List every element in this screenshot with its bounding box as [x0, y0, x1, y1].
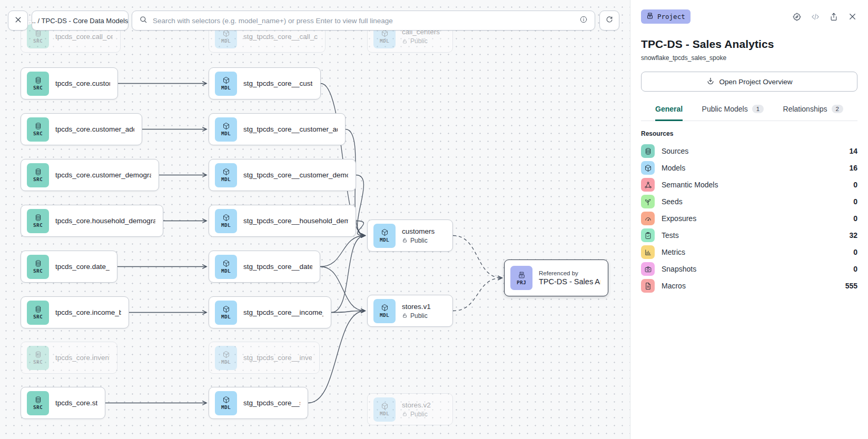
resource-row-exposures[interactable]: Exposures0: [641, 212, 857, 225]
node-label: stg_tpcds_core__income_band: [243, 308, 323, 316]
lineage-node-mdl_store[interactable]: MDLstg_tpcds_core__store: [209, 387, 308, 419]
cube-icon: [381, 402, 389, 410]
search-input[interactable]: [153, 17, 574, 25]
resource-row-snapshots[interactable]: Snapshots0: [641, 262, 857, 276]
lineage-node-src_date_dim[interactable]: SRCtpcds_core.date_dim: [21, 251, 117, 283]
lineage-node-pub_stores_v1[interactable]: MDLstores.v1Public: [367, 295, 453, 327]
node-label: stores.v2: [402, 401, 431, 409]
node-label: tpcds_core.call_center: [55, 33, 113, 41]
node-type-badge-src: SRC: [27, 255, 49, 279]
node-type-badge-mdl: MDL: [215, 72, 237, 96]
node-type-badge-mdl: MDL: [215, 346, 237, 370]
close-icon: [847, 12, 857, 22]
lineage-node-prj_sales[interactable]: PRJReferenced byTPC-DS - Sales Analytics: [504, 260, 608, 296]
lock-icon: [402, 237, 408, 243]
node-label: tpcds_core.customer_demographics: [55, 171, 151, 179]
gauge-icon: [644, 215, 652, 223]
node-type-badge-src: SRC: [27, 117, 49, 142]
barchart-icon: [644, 248, 652, 256]
node-label: stg_tpcds_core__customer_address: [243, 125, 338, 133]
camera-icon: [644, 265, 652, 273]
db-icon: [34, 351, 42, 358]
node-type-badge-prj: PRJ: [510, 266, 532, 290]
open-project-overview-label: Open Project Overview: [719, 78, 793, 86]
seed-resource-icon: [641, 195, 655, 208]
node-type-badge-src: SRC: [27, 346, 49, 370]
node-type-badge-mdl: MDL: [215, 255, 237, 279]
node-label: stg_tpcds_core__household_demogr…: [243, 217, 348, 225]
cube-icon: [222, 122, 230, 130]
seed-icon: [644, 198, 652, 206]
archive-icon: [518, 271, 526, 279]
node-access-label: Public: [402, 312, 431, 320]
tab-relationships[interactable]: Relationships2: [783, 105, 843, 121]
view-code-button[interactable]: [811, 12, 820, 22]
archive-icon: [646, 12, 654, 19]
node-label: stg_tpcds_core__customer: [243, 79, 313, 87]
node-type-badge-mdl: MDL: [215, 391, 237, 415]
node-pre-label: Referenced by: [539, 270, 600, 276]
resource-row-metrics[interactable]: Metrics0: [641, 245, 857, 259]
resource-row-semantic-models[interactable]: Semantic Models0: [641, 178, 857, 192]
project-type-label: Project: [657, 13, 685, 21]
lineage-node-pub_customers[interactable]: MDLcustomersPublic: [367, 219, 453, 252]
lineage-node-mdl_inventory[interactable]: MDLstg_tpcds_core__inventory: [209, 342, 320, 374]
tab-general[interactable]: General: [655, 105, 683, 121]
lineage-node-mdl_income_band[interactable]: MDLstg_tpcds_core__income_band: [209, 296, 331, 328]
tab-count-badge: 1: [752, 105, 764, 113]
share-button[interactable]: [829, 12, 839, 22]
semantic-resource-icon: [641, 178, 655, 192]
lineage-app: SRCtpcds_core.call_centerMDLstg_tpcds_co…: [0, 0, 868, 439]
explore-compass-button[interactable]: [792, 12, 802, 22]
db-icon: [34, 214, 42, 222]
lineage-node-src_store[interactable]: SRCtpcds_core.store: [21, 387, 105, 419]
node-type-badge-src: SRC: [27, 301, 49, 325]
node-type-badge-mdl: MDL: [215, 163, 237, 187]
refresh-lineage-button[interactable]: [599, 11, 619, 31]
open-project-overview-button[interactable]: Open Project Overview: [641, 72, 857, 92]
db-icon: [34, 168, 42, 176]
lineage-node-src_household_demographics[interactable]: SRCtpcds_core.household_demographics: [21, 205, 163, 237]
lock-icon: [402, 313, 408, 318]
edge-pub_customers-to-prj_sales: [453, 236, 502, 278]
close-panel-button[interactable]: [847, 12, 857, 22]
lineage-node-mdl_date_dim[interactable]: MDLstg_tpcds_core__date_dim: [209, 251, 320, 283]
breadcrumb[interactable]: .. / TPC-DS - Core Data Models: [32, 11, 129, 31]
resource-row-tests[interactable]: Tests32: [641, 228, 857, 242]
lineage-node-mdl_customer_demographics[interactable]: MDLstg_tpcds_core__customer_demogra…: [209, 159, 356, 191]
resource-row-models[interactable]: Models16: [641, 161, 857, 175]
node-access-label: Public: [402, 411, 431, 418]
lineage-node-mdl_customer[interactable]: MDLstg_tpcds_core__customer: [209, 67, 321, 99]
resource-row-seeds[interactable]: Seeds0: [641, 195, 857, 208]
db-icon: [34, 122, 42, 130]
semantic-icon: [644, 181, 652, 189]
node-label: stg_tpcds_core__store: [243, 399, 300, 407]
lineage-node-src_inventory[interactable]: SRCtpcds_core.inventory: [21, 342, 117, 374]
cube-icon: [222, 76, 230, 84]
panel-tabs: GeneralPublic Models1Relationships2: [641, 105, 857, 121]
db-icon: [34, 260, 42, 267]
resource-row-macros[interactable]: Macros555: [641, 279, 857, 293]
resource-row-sources[interactable]: Sources14: [641, 144, 857, 158]
search-bar[interactable]: [132, 11, 595, 31]
lineage-node-src_customer_demographics[interactable]: SRCtpcds_core.customer_demographics: [21, 159, 159, 191]
close-lineage-button[interactable]: [8, 11, 28, 31]
lineage-node-src_customer_address[interactable]: SRCtpcds_core.customer_address: [21, 113, 142, 145]
cube-icon: [644, 164, 652, 172]
lock-icon: [402, 38, 408, 44]
lineage-node-src_customer[interactable]: SRCtpcds_core.customer: [21, 67, 118, 99]
lineage-node-src_income_band[interactable]: SRCtpcds_core.income_band: [21, 296, 129, 328]
node-label: TPC-DS - Sales Analytics: [539, 277, 600, 286]
db-icon: [644, 147, 652, 155]
overview-icon: [706, 77, 715, 85]
lineage-node-mdl_household_demographics[interactable]: MDLstg_tpcds_core__household_demogr…: [209, 205, 356, 237]
lineage-node-mdl_customer_address[interactable]: MDLstg_tpcds_core__customer_address: [209, 113, 346, 145]
node-label: tpcds_core.customer: [55, 79, 110, 87]
lineage-node-pub_stores_v2[interactable]: MDLstores.v2Public: [367, 393, 453, 425]
cube-icon: [381, 304, 389, 312]
tab-public-models[interactable]: Public Models1: [702, 105, 764, 121]
search-icon: [139, 15, 147, 24]
project-overview-icon: [706, 77, 715, 87]
info-icon[interactable]: [579, 15, 588, 26]
lineage-canvas[interactable]: SRCtpcds_core.call_centerMDLstg_tpcds_co…: [0, 0, 630, 439]
